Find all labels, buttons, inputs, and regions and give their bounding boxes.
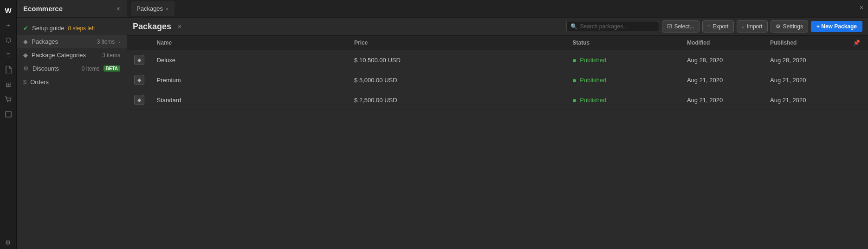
package-icon: ◆ bbox=[134, 75, 144, 85]
settings-rail-icon[interactable]: ⚙ bbox=[2, 236, 15, 249]
orders-label: Orders bbox=[30, 79, 120, 85]
row-modified: Aug 28, 2020 bbox=[681, 50, 764, 70]
toolbar: Packages × 🔍 ☑ Select... ↑ Export ↓ Impo… bbox=[127, 18, 868, 36]
icon-rail: W + ⬡ ≡ ⊞ ⚙ bbox=[0, 0, 17, 249]
status-label: Published bbox=[580, 57, 606, 64]
settings-label: Settings bbox=[783, 23, 803, 30]
search-input[interactable] bbox=[580, 23, 655, 30]
row-pin bbox=[848, 50, 868, 70]
row-price: $ 5,000.00 USD bbox=[349, 70, 567, 90]
search-box[interactable]: 🔍 bbox=[566, 21, 659, 32]
col-header-icon bbox=[127, 36, 151, 50]
col-header-published[interactable]: Published bbox=[764, 36, 848, 50]
row-icon-cell: ◆ bbox=[127, 70, 151, 90]
row-icon-cell: ◆ bbox=[127, 90, 151, 110]
row-published: Aug 21, 2020 bbox=[764, 70, 848, 90]
svg-rect-2 bbox=[6, 111, 11, 117]
w-logo-icon[interactable]: W bbox=[2, 4, 15, 17]
layers-icon[interactable]: ≡ bbox=[2, 48, 15, 61]
cart-icon[interactable] bbox=[2, 93, 15, 106]
status-dot bbox=[573, 59, 576, 62]
window-close-button[interactable]: × bbox=[860, 4, 863, 11]
package-categories-count: 3 items bbox=[102, 52, 120, 59]
sidebar-header: Ecommerce × bbox=[17, 0, 127, 18]
row-price: $ 10,500.00 USD bbox=[349, 50, 567, 70]
row-name: Standard bbox=[151, 90, 349, 110]
package-icon: ◆ bbox=[134, 95, 144, 105]
row-modified: Aug 21, 2020 bbox=[681, 70, 764, 90]
sidebar-item-discounts[interactable]: ⚙ Discounts 0 items BETA bbox=[17, 62, 127, 75]
status-dot bbox=[573, 99, 576, 102]
settings-button[interactable]: ⚙ Settings bbox=[771, 20, 808, 33]
packages-tab-close[interactable]: × bbox=[166, 6, 168, 12]
select-button[interactable]: ☑ Select... bbox=[662, 20, 700, 33]
discounts-count: 0 items bbox=[82, 66, 100, 72]
col-header-name[interactable]: Name bbox=[151, 36, 349, 50]
col-header-status[interactable]: Status bbox=[567, 36, 681, 50]
packages-tab-label: Packages bbox=[136, 5, 163, 12]
row-icon-cell: ◆ bbox=[127, 50, 151, 70]
import-label: Import bbox=[747, 23, 763, 30]
discounts-label: Discounts bbox=[32, 65, 78, 72]
packages-table-container: Name Price Status Modified Published 📌 ◆… bbox=[127, 36, 868, 249]
row-status: Published bbox=[567, 90, 681, 110]
stack-icon[interactable]: ⊞ bbox=[2, 78, 15, 91]
setup-guide-label: Setup guide bbox=[32, 25, 64, 32]
import-icon: ↓ bbox=[742, 23, 745, 30]
sidebar-item-packages[interactable]: ◆ Packages 3 items › bbox=[17, 35, 127, 48]
select-icon: ☑ bbox=[667, 23, 672, 30]
svg-point-1 bbox=[10, 101, 11, 102]
orders-icon: $ bbox=[23, 79, 26, 85]
page-title: Packages bbox=[133, 22, 171, 32]
beta-badge: BETA bbox=[104, 66, 120, 72]
packages-arrow-icon: › bbox=[118, 39, 120, 45]
cube-icon[interactable]: ⬡ bbox=[2, 33, 15, 46]
table-row[interactable]: ◆ Standard $ 2,500.00 USD Published Aug … bbox=[127, 90, 868, 110]
tabs-bar: Packages × bbox=[127, 0, 868, 18]
row-modified: Aug 21, 2020 bbox=[681, 90, 764, 110]
status-label: Published bbox=[580, 77, 606, 84]
packages-tab[interactable]: Packages × bbox=[131, 1, 175, 16]
packages-label: Packages bbox=[32, 38, 93, 45]
box-icon[interactable] bbox=[2, 108, 15, 121]
status-dot bbox=[573, 79, 576, 82]
search-icon: 🔍 bbox=[570, 23, 577, 30]
row-status: Published bbox=[567, 70, 681, 90]
export-label: Export bbox=[713, 23, 729, 30]
main-content: Packages × Packages × 🔍 ☑ Select... ↑ Ex… bbox=[127, 0, 868, 249]
export-button[interactable]: ↑ Export bbox=[702, 20, 734, 33]
table-row[interactable]: ◆ Deluxe $ 10,500.00 USD Published Aug 2… bbox=[127, 50, 868, 70]
row-pin bbox=[848, 70, 868, 90]
col-header-pin: 📌 bbox=[848, 36, 868, 50]
row-name: Deluxe bbox=[151, 50, 349, 70]
select-label: Select... bbox=[674, 23, 694, 30]
discounts-icon: ⚙ bbox=[23, 65, 29, 72]
file-icon[interactable] bbox=[2, 63, 15, 76]
packages-count: 3 items bbox=[97, 39, 115, 45]
sidebar-navigation: ✔ Setup guide 8 steps left ◆ Packages 3 … bbox=[17, 18, 127, 92]
packages-table: Name Price Status Modified Published 📌 ◆… bbox=[127, 36, 868, 110]
import-button[interactable]: ↓ Import bbox=[737, 20, 768, 33]
new-package-button[interactable]: + New Package bbox=[811, 21, 862, 32]
col-header-modified[interactable]: Modified bbox=[681, 36, 764, 50]
packages-icon: ◆ bbox=[23, 38, 28, 45]
svg-point-0 bbox=[7, 101, 8, 102]
row-published: Aug 21, 2020 bbox=[764, 90, 848, 110]
sidebar-item-orders[interactable]: $ Orders bbox=[17, 75, 127, 89]
export-icon: ↑ bbox=[707, 23, 710, 30]
sidebar-item-package-categories[interactable]: ◆ Package Categories 3 items bbox=[17, 48, 127, 62]
status-label: Published bbox=[580, 97, 606, 104]
table-row[interactable]: ◆ Premium $ 5,000.00 USD Published Aug 2… bbox=[127, 70, 868, 90]
row-published: Aug 28, 2020 bbox=[764, 50, 848, 70]
pin-column-icon: 📌 bbox=[853, 39, 860, 46]
steps-badge: 8 steps left bbox=[68, 25, 95, 32]
plus-icon[interactable]: + bbox=[2, 19, 15, 32]
row-price: $ 2,500.00 USD bbox=[349, 90, 567, 110]
sidebar-close-button[interactable]: × bbox=[117, 5, 120, 13]
page-title-close[interactable]: × bbox=[178, 23, 181, 30]
setup-guide-icon: ✔ bbox=[23, 25, 28, 32]
sidebar-title: Ecommerce bbox=[23, 5, 63, 13]
setup-guide-item[interactable]: ✔ Setup guide 8 steps left bbox=[17, 21, 127, 35]
col-header-price[interactable]: Price bbox=[349, 36, 567, 50]
settings-icon: ⚙ bbox=[776, 23, 781, 30]
